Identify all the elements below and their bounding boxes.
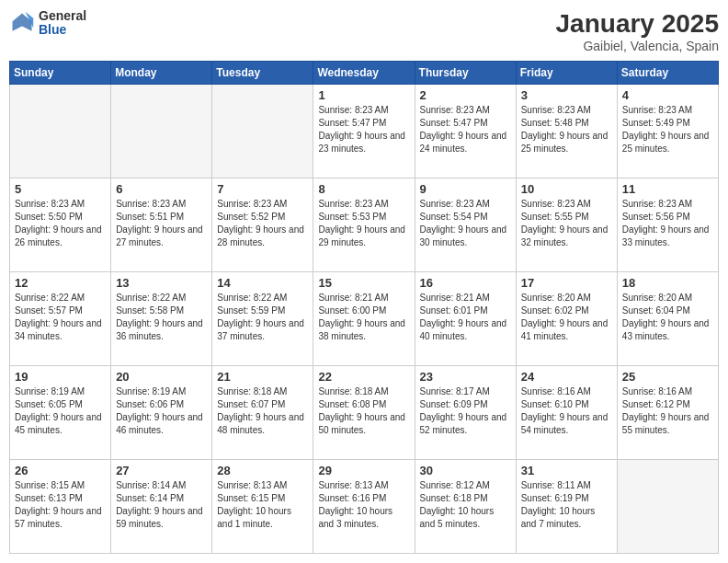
day-cell (111, 85, 212, 178)
day-header-sunday: Sunday (10, 62, 111, 85)
day-cell: 8Sunrise: 8:23 AM Sunset: 5:53 PM Daylig… (313, 178, 415, 272)
day-info: Sunrise: 8:23 AM Sunset: 5:48 PM Dayligh… (521, 104, 612, 155)
day-cell: 9Sunrise: 8:23 AM Sunset: 5:54 PM Daylig… (415, 178, 516, 272)
calendar-table: SundayMondayTuesdayWednesdayThursdayFrid… (9, 61, 719, 554)
day-number: 21 (217, 370, 308, 384)
day-cell (617, 460, 718, 554)
day-cell: 16Sunrise: 8:21 AM Sunset: 6:01 PM Dayli… (415, 272, 516, 366)
week-row-3: 12Sunrise: 8:22 AM Sunset: 5:57 PM Dayli… (10, 272, 719, 366)
day-number: 1 (318, 88, 409, 102)
day-number: 16 (420, 276, 511, 290)
day-info: Sunrise: 8:23 AM Sunset: 5:56 PM Dayligh… (622, 198, 713, 249)
day-number: 27 (116, 464, 207, 477)
month-title: January 2025 (556, 9, 719, 39)
day-info: Sunrise: 8:22 AM Sunset: 5:59 PM Dayligh… (217, 292, 308, 343)
week-row-5: 26Sunrise: 8:15 AM Sunset: 6:13 PM Dayli… (10, 460, 719, 554)
day-number: 25 (622, 370, 713, 384)
week-row-4: 19Sunrise: 8:19 AM Sunset: 6:05 PM Dayli… (10, 366, 719, 460)
day-cell: 12Sunrise: 8:22 AM Sunset: 5:57 PM Dayli… (10, 272, 111, 366)
day-info: Sunrise: 8:22 AM Sunset: 5:58 PM Dayligh… (116, 292, 207, 343)
day-cell (212, 85, 313, 178)
day-info: Sunrise: 8:23 AM Sunset: 5:49 PM Dayligh… (622, 104, 713, 155)
day-info: Sunrise: 8:23 AM Sunset: 5:47 PM Dayligh… (420, 104, 511, 155)
day-info: Sunrise: 8:17 AM Sunset: 6:09 PM Dayligh… (420, 385, 511, 437)
day-info: Sunrise: 8:13 AM Sunset: 6:15 PM Dayligh… (217, 479, 308, 531)
day-info: Sunrise: 8:11 AM Sunset: 6:19 PM Dayligh… (521, 479, 612, 531)
day-number: 30 (420, 464, 511, 477)
day-info: Sunrise: 8:23 AM Sunset: 5:52 PM Dayligh… (217, 198, 308, 249)
location: Gaibiel, Valencia, Spain (556, 39, 719, 53)
day-number: 7 (217, 182, 308, 196)
day-info: Sunrise: 8:14 AM Sunset: 6:14 PM Dayligh… (116, 479, 207, 531)
day-cell: 17Sunrise: 8:20 AM Sunset: 6:02 PM Dayli… (516, 272, 617, 366)
day-info: Sunrise: 8:21 AM Sunset: 6:00 PM Dayligh… (318, 292, 409, 343)
day-number: 10 (521, 182, 612, 196)
day-cell: 23Sunrise: 8:17 AM Sunset: 6:09 PM Dayli… (415, 366, 516, 460)
day-cell: 11Sunrise: 8:23 AM Sunset: 5:56 PM Dayli… (617, 178, 718, 272)
day-cell: 25Sunrise: 8:16 AM Sunset: 6:12 PM Dayli… (617, 366, 718, 460)
day-info: Sunrise: 8:23 AM Sunset: 5:50 PM Dayligh… (15, 198, 106, 249)
day-number: 8 (318, 182, 409, 196)
day-number: 23 (420, 370, 511, 384)
day-cell: 3Sunrise: 8:23 AM Sunset: 5:48 PM Daylig… (516, 85, 617, 178)
day-cell: 15Sunrise: 8:21 AM Sunset: 6:00 PM Dayli… (313, 272, 415, 366)
day-cell: 29Sunrise: 8:13 AM Sunset: 6:16 PM Dayli… (313, 460, 415, 554)
day-cell: 19Sunrise: 8:19 AM Sunset: 6:05 PM Dayli… (10, 366, 111, 460)
day-header-wednesday: Wednesday (313, 62, 415, 85)
day-number: 6 (116, 182, 207, 196)
day-cell: 13Sunrise: 8:22 AM Sunset: 5:58 PM Dayli… (111, 272, 212, 366)
day-cell: 18Sunrise: 8:20 AM Sunset: 6:04 PM Dayli… (617, 272, 718, 366)
day-cell: 28Sunrise: 8:13 AM Sunset: 6:15 PM Dayli… (212, 460, 313, 554)
day-info: Sunrise: 8:23 AM Sunset: 5:47 PM Dayligh… (318, 104, 409, 155)
day-number: 18 (622, 276, 713, 290)
day-number: 11 (622, 182, 713, 196)
logo-blue-text: Blue (39, 23, 86, 37)
day-cell: 27Sunrise: 8:14 AM Sunset: 6:14 PM Dayli… (111, 460, 212, 554)
day-number: 2 (420, 88, 511, 102)
header: General Blue January 2025 Gaibiel, Valen… (9, 9, 719, 53)
logo: General Blue (9, 9, 86, 38)
day-number: 3 (521, 88, 612, 102)
day-cell: 5Sunrise: 8:23 AM Sunset: 5:50 PM Daylig… (10, 178, 111, 272)
day-cell: 10Sunrise: 8:23 AM Sunset: 5:55 PM Dayli… (516, 178, 617, 272)
day-info: Sunrise: 8:12 AM Sunset: 6:18 PM Dayligh… (420, 479, 511, 531)
logo-general-text: General (39, 9, 86, 23)
day-cell: 1Sunrise: 8:23 AM Sunset: 5:47 PM Daylig… (313, 85, 415, 178)
day-header-tuesday: Tuesday (212, 62, 313, 85)
day-cell: 24Sunrise: 8:16 AM Sunset: 6:10 PM Dayli… (516, 366, 617, 460)
day-header-saturday: Saturday (617, 62, 718, 85)
day-info: Sunrise: 8:21 AM Sunset: 6:01 PM Dayligh… (420, 292, 511, 343)
day-number: 13 (116, 276, 207, 290)
day-info: Sunrise: 8:23 AM Sunset: 5:55 PM Dayligh… (521, 198, 612, 249)
day-info: Sunrise: 8:13 AM Sunset: 6:16 PM Dayligh… (318, 479, 409, 531)
day-cell: 20Sunrise: 8:19 AM Sunset: 6:06 PM Dayli… (111, 366, 212, 460)
day-header-monday: Monday (111, 62, 212, 85)
day-number: 26 (15, 464, 106, 477)
day-number: 15 (318, 276, 409, 290)
day-info: Sunrise: 8:16 AM Sunset: 6:10 PM Dayligh… (521, 385, 612, 437)
day-cell: 4Sunrise: 8:23 AM Sunset: 5:49 PM Daylig… (617, 85, 718, 178)
page: General Blue January 2025 Gaibiel, Valen… (0, 0, 728, 563)
day-info: Sunrise: 8:20 AM Sunset: 6:02 PM Dayligh… (521, 292, 612, 343)
day-info: Sunrise: 8:18 AM Sunset: 6:07 PM Dayligh… (217, 385, 308, 437)
day-number: 17 (521, 276, 612, 290)
day-header-friday: Friday (516, 62, 617, 85)
day-number: 29 (318, 464, 409, 477)
day-number: 31 (521, 464, 612, 477)
day-info: Sunrise: 8:23 AM Sunset: 5:54 PM Dayligh… (420, 198, 511, 249)
day-info: Sunrise: 8:20 AM Sunset: 6:04 PM Dayligh… (622, 292, 713, 343)
day-cell: 21Sunrise: 8:18 AM Sunset: 6:07 PM Dayli… (212, 366, 313, 460)
day-info: Sunrise: 8:23 AM Sunset: 5:53 PM Dayligh… (318, 198, 409, 249)
day-number: 14 (217, 276, 308, 290)
day-header-thursday: Thursday (415, 62, 516, 85)
logo-icon (9, 10, 35, 36)
day-cell: 7Sunrise: 8:23 AM Sunset: 5:52 PM Daylig… (212, 178, 313, 272)
day-number: 9 (420, 182, 511, 196)
day-cell (10, 85, 111, 178)
day-info: Sunrise: 8:19 AM Sunset: 6:05 PM Dayligh… (15, 385, 106, 437)
day-info: Sunrise: 8:22 AM Sunset: 5:57 PM Dayligh… (15, 292, 106, 343)
day-info: Sunrise: 8:16 AM Sunset: 6:12 PM Dayligh… (622, 385, 713, 437)
day-cell: 30Sunrise: 8:12 AM Sunset: 6:18 PM Dayli… (415, 460, 516, 554)
day-cell: 31Sunrise: 8:11 AM Sunset: 6:19 PM Dayli… (516, 460, 617, 554)
day-number: 20 (116, 370, 207, 384)
